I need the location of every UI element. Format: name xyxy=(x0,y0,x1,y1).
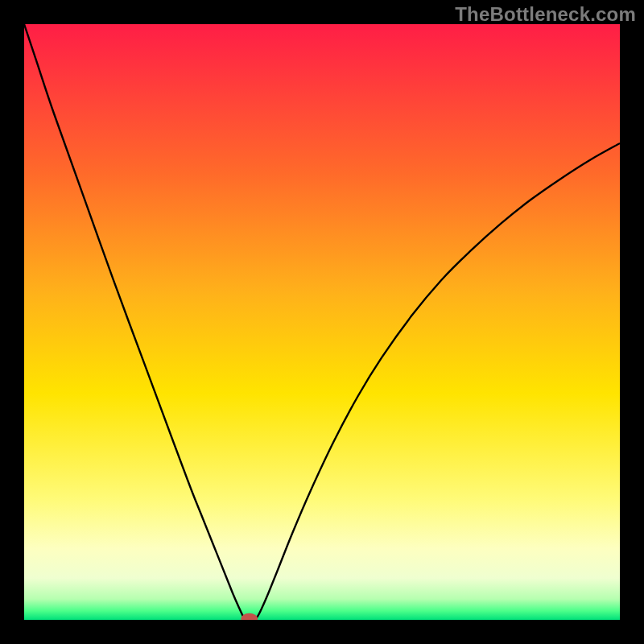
watermark-text: TheBottleneck.com xyxy=(455,3,636,26)
chart-svg xyxy=(24,24,620,620)
chart-background xyxy=(24,24,620,620)
chart-frame: TheBottleneck.com xyxy=(0,0,644,644)
chart-plot-area xyxy=(24,24,620,620)
